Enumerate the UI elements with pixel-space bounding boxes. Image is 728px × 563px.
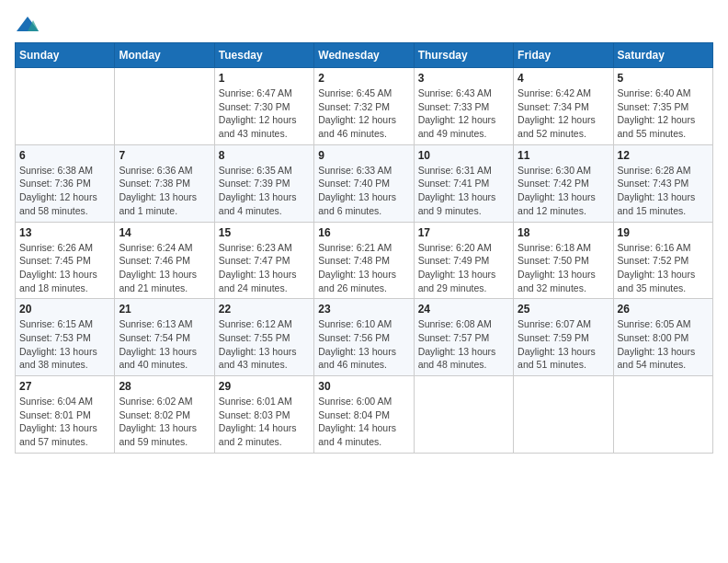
day-info: Sunrise: 6:45 AMSunset: 7:32 PMDaylight:… bbox=[318, 86, 409, 141]
calendar-day-cell: 8 Sunrise: 6:35 AMSunset: 7:39 PMDayligh… bbox=[214, 144, 313, 222]
day-number: 22 bbox=[219, 303, 310, 316]
day-info: Sunrise: 6:07 AMSunset: 7:59 PMDaylight:… bbox=[518, 317, 609, 372]
day-number: 14 bbox=[119, 226, 210, 239]
calendar-week-row: 1 Sunrise: 6:47 AMSunset: 7:30 PMDayligh… bbox=[16, 68, 713, 145]
calendar-day-cell: 28 Sunrise: 6:02 AMSunset: 8:02 PMDaylig… bbox=[115, 376, 214, 454]
day-info: Sunrise: 6:38 AMSunset: 7:36 PMDaylight:… bbox=[19, 164, 110, 218]
calendar-day-cell: 22 Sunrise: 6:12 AMSunset: 7:55 PMDaylig… bbox=[214, 299, 313, 376]
day-number: 21 bbox=[119, 303, 210, 316]
calendar-day-cell: 4 Sunrise: 6:42 AMSunset: 7:34 PMDayligh… bbox=[514, 68, 613, 145]
calendar-day-cell: 15 Sunrise: 6:23 AMSunset: 7:47 PMDaylig… bbox=[214, 222, 313, 299]
day-number: 30 bbox=[318, 380, 409, 393]
day-info: Sunrise: 6:42 AMSunset: 7:34 PMDaylight:… bbox=[518, 86, 609, 141]
day-number: 11 bbox=[518, 149, 609, 162]
calendar-day-cell: 26 Sunrise: 6:05 AMSunset: 8:00 PMDaylig… bbox=[613, 299, 712, 376]
calendar-day-cell: 5 Sunrise: 6:40 AMSunset: 7:35 PMDayligh… bbox=[613, 68, 712, 145]
day-number: 2 bbox=[318, 72, 409, 85]
day-info: Sunrise: 6:20 AMSunset: 7:49 PMDaylight:… bbox=[418, 241, 509, 295]
calendar-day-cell: 19 Sunrise: 6:16 AMSunset: 7:52 PMDaylig… bbox=[613, 222, 712, 299]
calendar-day-cell bbox=[115, 68, 214, 145]
day-number: 7 bbox=[119, 149, 210, 162]
calendar-day-cell: 7 Sunrise: 6:36 AMSunset: 7:38 PMDayligh… bbox=[115, 144, 214, 222]
day-info: Sunrise: 6:24 AMSunset: 7:46 PMDaylight:… bbox=[119, 241, 210, 295]
day-number: 12 bbox=[618, 149, 709, 162]
day-info: Sunrise: 6:15 AMSunset: 7:53 PMDaylight:… bbox=[19, 317, 110, 372]
day-info: Sunrise: 6:00 AMSunset: 8:04 PMDaylight:… bbox=[318, 395, 409, 449]
day-info: Sunrise: 6:28 AMSunset: 7:43 PMDaylight:… bbox=[618, 164, 709, 218]
day-number: 17 bbox=[418, 226, 509, 239]
day-number: 18 bbox=[518, 226, 609, 239]
day-number: 10 bbox=[418, 149, 509, 162]
day-number: 13 bbox=[19, 226, 110, 239]
day-number: 4 bbox=[518, 72, 609, 85]
calendar-day-cell: 14 Sunrise: 6:24 AMSunset: 7:46 PMDaylig… bbox=[115, 222, 214, 299]
calendar-day-cell: 10 Sunrise: 6:31 AMSunset: 7:41 PMDaylig… bbox=[414, 144, 513, 222]
calendar-day-header: Monday bbox=[115, 43, 214, 68]
day-info: Sunrise: 6:04 AMSunset: 8:01 PMDaylight:… bbox=[19, 395, 110, 449]
calendar-day-cell: 2 Sunrise: 6:45 AMSunset: 7:32 PMDayligh… bbox=[314, 68, 414, 145]
calendar-day-cell bbox=[514, 376, 613, 454]
day-number: 29 bbox=[219, 380, 310, 393]
calendar-week-row: 20 Sunrise: 6:15 AMSunset: 7:53 PMDaylig… bbox=[16, 299, 713, 376]
calendar-day-cell: 9 Sunrise: 6:33 AMSunset: 7:40 PMDayligh… bbox=[314, 144, 414, 222]
day-number: 15 bbox=[219, 226, 310, 239]
day-number: 9 bbox=[318, 149, 409, 162]
day-info: Sunrise: 6:40 AMSunset: 7:35 PMDaylight:… bbox=[618, 86, 709, 141]
calendar-day-cell: 13 Sunrise: 6:26 AMSunset: 7:45 PMDaylig… bbox=[16, 222, 115, 299]
calendar-week-row: 13 Sunrise: 6:26 AMSunset: 7:45 PMDaylig… bbox=[16, 222, 713, 299]
day-number: 8 bbox=[219, 149, 310, 162]
calendar-day-cell: 20 Sunrise: 6:15 AMSunset: 7:53 PMDaylig… bbox=[16, 299, 115, 376]
calendar-day-cell: 11 Sunrise: 6:30 AMSunset: 7:42 PMDaylig… bbox=[514, 144, 613, 222]
calendar-day-cell: 24 Sunrise: 6:08 AMSunset: 7:57 PMDaylig… bbox=[414, 299, 513, 376]
calendar-day-cell: 30 Sunrise: 6:00 AMSunset: 8:04 PMDaylig… bbox=[314, 376, 414, 454]
day-info: Sunrise: 6:21 AMSunset: 7:48 PMDaylight:… bbox=[318, 241, 409, 295]
day-info: Sunrise: 6:30 AMSunset: 7:42 PMDaylight:… bbox=[518, 164, 609, 218]
calendar-day-cell: 21 Sunrise: 6:13 AMSunset: 7:54 PMDaylig… bbox=[115, 299, 214, 376]
calendar-day-cell: 16 Sunrise: 6:21 AMSunset: 7:48 PMDaylig… bbox=[314, 222, 414, 299]
day-info: Sunrise: 6:08 AMSunset: 7:57 PMDaylight:… bbox=[418, 317, 509, 372]
calendar-day-cell: 3 Sunrise: 6:43 AMSunset: 7:33 PMDayligh… bbox=[414, 68, 513, 145]
day-number: 24 bbox=[418, 303, 509, 316]
day-number: 3 bbox=[418, 72, 509, 85]
day-info: Sunrise: 6:23 AMSunset: 7:47 PMDaylight:… bbox=[219, 241, 310, 295]
calendar-day-cell: 25 Sunrise: 6:07 AMSunset: 7:59 PMDaylig… bbox=[514, 299, 613, 376]
calendar-day-cell: 29 Sunrise: 6:01 AMSunset: 8:03 PMDaylig… bbox=[214, 376, 313, 454]
day-info: Sunrise: 6:33 AMSunset: 7:40 PMDaylight:… bbox=[318, 164, 409, 218]
calendar-day-header: Wednesday bbox=[314, 43, 414, 68]
day-info: Sunrise: 6:01 AMSunset: 8:03 PMDaylight:… bbox=[219, 395, 310, 449]
day-number: 26 bbox=[618, 303, 709, 316]
calendar-day-cell: 12 Sunrise: 6:28 AMSunset: 7:43 PMDaylig… bbox=[613, 144, 712, 222]
calendar-day-header: Tuesday bbox=[214, 43, 313, 68]
calendar-day-header: Thursday bbox=[414, 43, 513, 68]
calendar-day-cell: 6 Sunrise: 6:38 AMSunset: 7:36 PMDayligh… bbox=[16, 144, 115, 222]
day-number: 28 bbox=[119, 380, 210, 393]
day-info: Sunrise: 6:13 AMSunset: 7:54 PMDaylight:… bbox=[119, 317, 210, 372]
calendar-day-cell: 1 Sunrise: 6:47 AMSunset: 7:30 PMDayligh… bbox=[214, 68, 313, 145]
day-number: 6 bbox=[19, 149, 110, 162]
day-number: 25 bbox=[518, 303, 609, 316]
calendar-day-cell: 27 Sunrise: 6:04 AMSunset: 8:01 PMDaylig… bbox=[16, 376, 115, 454]
day-info: Sunrise: 6:02 AMSunset: 8:02 PMDaylight:… bbox=[119, 395, 210, 449]
day-info: Sunrise: 6:43 AMSunset: 7:33 PMDaylight:… bbox=[418, 86, 509, 141]
day-info: Sunrise: 6:10 AMSunset: 7:56 PMDaylight:… bbox=[318, 317, 409, 372]
day-number: 5 bbox=[618, 72, 709, 85]
calendar-day-header: Saturday bbox=[613, 43, 712, 68]
day-number: 19 bbox=[618, 226, 709, 239]
day-info: Sunrise: 6:05 AMSunset: 8:00 PMDaylight:… bbox=[618, 317, 709, 372]
day-info: Sunrise: 6:18 AMSunset: 7:50 PMDaylight:… bbox=[518, 241, 609, 295]
logo-icon bbox=[15, 15, 40, 35]
day-info: Sunrise: 6:26 AMSunset: 7:45 PMDaylight:… bbox=[19, 241, 110, 295]
calendar-day-cell bbox=[414, 376, 513, 454]
page-header bbox=[15, 15, 713, 35]
day-number: 20 bbox=[19, 303, 110, 316]
calendar-week-row: 27 Sunrise: 6:04 AMSunset: 8:01 PMDaylig… bbox=[16, 376, 713, 454]
calendar-week-row: 6 Sunrise: 6:38 AMSunset: 7:36 PMDayligh… bbox=[16, 144, 713, 222]
day-info: Sunrise: 6:35 AMSunset: 7:39 PMDaylight:… bbox=[219, 164, 310, 218]
day-info: Sunrise: 6:12 AMSunset: 7:55 PMDaylight:… bbox=[219, 317, 310, 372]
calendar-table: SundayMondayTuesdayWednesdayThursdayFrid… bbox=[15, 42, 713, 454]
day-info: Sunrise: 6:31 AMSunset: 7:41 PMDaylight:… bbox=[418, 164, 509, 218]
day-number: 23 bbox=[318, 303, 409, 316]
day-info: Sunrise: 6:47 AMSunset: 7:30 PMDaylight:… bbox=[219, 86, 310, 141]
logo bbox=[15, 15, 44, 35]
calendar-day-cell bbox=[613, 376, 712, 454]
